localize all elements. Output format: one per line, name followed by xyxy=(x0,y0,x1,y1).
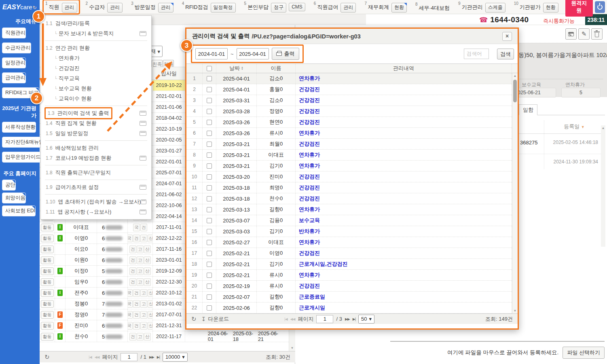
scroll-down-icon[interactable]: ▼ xyxy=(512,309,518,313)
history-link[interactable]: 건강검진 xyxy=(299,140,320,148)
nav-item[interactable]: 6 직원급여 관리 xyxy=(312,0,358,13)
download-button[interactable]: ↧ 다운로드 xyxy=(201,315,229,323)
next-page-icon[interactable]: ▶▶ xyxy=(149,355,154,359)
history-link[interactable]: 건강검진 xyxy=(299,119,320,126)
table-row[interactable]: 17 2025-02-21 이영0 건강검진 xyxy=(186,248,518,259)
last-page-icon[interactable]: ▶| xyxy=(157,355,160,359)
search-button[interactable]: 검색 xyxy=(497,49,514,59)
row-checkbox[interactable] xyxy=(207,294,212,300)
menu-item[interactable]: 1.10 앱 초대하기 (접속키 발송 →요보사) xyxy=(41,197,151,207)
remote-support-button[interactable]: 원격지원 xyxy=(565,0,593,17)
file-dropzone[interactable]: 여기에 파일을 마우스로 끌어와서 등록하세요. 파일 선택하기 xyxy=(390,341,605,359)
history-link[interactable]: 연차휴가 xyxy=(299,151,320,159)
date-from-input[interactable] xyxy=(195,48,228,59)
print-button[interactable]: 출력 xyxy=(272,48,299,60)
sidebar-item[interactable]: 급여관리 xyxy=(2,72,26,83)
history-link[interactable]: 연차휴가 xyxy=(299,206,320,213)
nav-action-button[interactable]: 청구 xyxy=(271,3,286,13)
table-row[interactable]: 9 2025-03-21 김기0 연차휴가 xyxy=(186,161,518,171)
menu-item[interactable]: 1.2 연간 관리 현황 xyxy=(41,43,151,53)
history-link[interactable]: 건강검진 xyxy=(299,250,320,257)
table-row[interactable]: 4 2025-03-28 정영0 건강검진 xyxy=(186,106,518,117)
menu-item[interactable]: 교육이수 현황 xyxy=(41,93,151,104)
name-column-header[interactable]: 이름 xyxy=(257,64,296,73)
nav-action-button[interactable]: 관리 xyxy=(158,3,173,13)
nav-item[interactable]: 4 RFID점검 일정확정 xyxy=(180,0,237,13)
logout-button[interactable] xyxy=(595,1,605,13)
history-link[interactable]: 보수교육 xyxy=(299,217,320,224)
row-checkbox[interactable] xyxy=(207,120,212,125)
table-row[interactable]: 10 2025-03-20 진미0 건강검진 xyxy=(186,171,518,182)
menu-item[interactable]: 1.9 급여기초자료 설정 xyxy=(41,182,151,192)
table-row[interactable]: 15 2025-03-03 김기0 반차휴가 xyxy=(186,226,518,237)
sidebar-item[interactable]: 업무운영가이드 xyxy=(2,152,41,163)
search-input[interactable] xyxy=(464,49,489,59)
table-row[interactable]: 14 2025-03-07 김용0 보수교육 xyxy=(186,215,518,226)
sidebar-item[interactable]: 직원관리 xyxy=(2,28,26,38)
menu-item[interactable] xyxy=(45,140,147,141)
menu-item[interactable]: 1.4 직원 집계 및 현황 xyxy=(41,118,151,128)
nav-action-button[interactable]: 일정확정 xyxy=(211,3,236,13)
table-row[interactable]: 1 2025-04-01 김소0 연차휴가 xyxy=(186,73,518,84)
table-row[interactable]: 6 2025-03-26 류시0 연차휴가 xyxy=(186,128,518,139)
row-checkbox[interactable] xyxy=(207,229,212,234)
refresh-icon[interactable]: ↻ xyxy=(44,353,50,361)
prev-page-icon[interactable]: ◀◀ xyxy=(95,355,99,359)
menu-item[interactable] xyxy=(45,106,147,106)
registered-date-column-header[interactable]: 등록일 ▼ xyxy=(544,123,605,130)
nav-item[interactable]: 8 세무·4대보험 xyxy=(414,1,451,13)
scroll-down-icon[interactable]: ▼ xyxy=(289,346,295,350)
menu-item[interactable]: 직무교육 xyxy=(41,73,151,83)
history-link[interactable]: 건강검진 xyxy=(299,282,320,290)
nav-action-button[interactable]: 관리 xyxy=(62,3,77,13)
nav-item[interactable]: 10 기관평가 현황 xyxy=(512,0,560,13)
row-checkbox[interactable] xyxy=(207,218,212,223)
menu-item[interactable]: 문자 보내기 & 받은쪽지 xyxy=(41,28,151,38)
table-row[interactable]: 11 2025-03-18 최명0 건강검진 xyxy=(186,182,518,193)
scroll-up-icon[interactable]: ▲ xyxy=(601,126,605,130)
table-row[interactable]: 22 2025-02-06 길향0 근로개시일 xyxy=(186,303,518,313)
history-link[interactable]: 연차휴가 xyxy=(299,75,320,82)
nav-item[interactable]: 5 본인부담 청구 CMS xyxy=(243,0,307,13)
table-row[interactable]: 19 2025-02-21 류시0 연차휴가 xyxy=(186,270,518,281)
table-row[interactable]: 활동 I 천수0 5 건고산 2022-11-17 2024-06-01 202… xyxy=(40,331,289,342)
history-link[interactable]: 건강검진 xyxy=(299,97,320,104)
row-checkbox[interactable] xyxy=(207,163,212,169)
page-number-input[interactable] xyxy=(121,353,137,361)
scroll-up-icon[interactable]: ▲ xyxy=(512,74,518,78)
row-checkbox[interactable] xyxy=(207,262,212,267)
history-link[interactable]: 건강검진 xyxy=(299,195,320,202)
nav-item[interactable]: 3 방문일정 관리 xyxy=(129,0,175,13)
popup-button[interactable] xyxy=(565,28,577,40)
row-checkbox[interactable] xyxy=(207,207,212,212)
sidebar-item-external[interactable]: 공단 xyxy=(2,180,16,190)
first-page-icon[interactable]: |◀ xyxy=(284,317,287,321)
refresh-icon[interactable]: ↻ xyxy=(191,315,197,323)
table-row[interactable]: 13 2025-03-13 길향0 연차휴가 xyxy=(186,204,518,215)
table-row[interactable]: 2 2025-04-01 홍월0 건강검진 xyxy=(186,84,518,95)
menu-item[interactable]: 1.11 앱 공지사항 (→요보사) xyxy=(41,207,151,217)
menu-item[interactable] xyxy=(45,165,147,165)
last-page-icon[interactable]: ▶| xyxy=(353,317,355,321)
history-link[interactable]: 건강검진 xyxy=(299,173,320,180)
table-row[interactable]: 8 2025-03-21 이대표 연차휴가 xyxy=(186,150,518,161)
history-link[interactable]: 근로종료일 xyxy=(299,293,325,301)
menu-item[interactable]: 1.1 검색/관리/등록 xyxy=(41,18,151,28)
nav-item[interactable]: 1 직원 관리 xyxy=(44,0,79,13)
select-all-checkbox[interactable] xyxy=(207,66,212,71)
date-to-input[interactable] xyxy=(237,48,269,59)
page-size-select[interactable]: 50 ▾ xyxy=(358,315,374,324)
nav-item[interactable]: 2 수급자 관리 xyxy=(84,0,125,13)
row-checkbox[interactable] xyxy=(207,131,212,136)
nav-action-button[interactable]: 관리 xyxy=(341,3,356,13)
history-link[interactable]: 연차휴가 xyxy=(299,162,320,169)
row-checkbox[interactable] xyxy=(207,174,212,180)
nav-action-button[interactable]: 관리 xyxy=(107,3,123,13)
history-link[interactable]: 연차휴가 xyxy=(299,271,320,279)
page-number-input[interactable] xyxy=(316,315,333,323)
dialog-scrollbar[interactable]: ▲ ▼ xyxy=(512,73,518,313)
sidebar-item[interactable]: 자가진단&매뉴얼 xyxy=(2,137,44,148)
row-checkbox[interactable] xyxy=(207,87,212,92)
row-checkbox[interactable] xyxy=(207,142,212,147)
sidebar-item[interactable]: 일정관리 xyxy=(2,57,26,68)
